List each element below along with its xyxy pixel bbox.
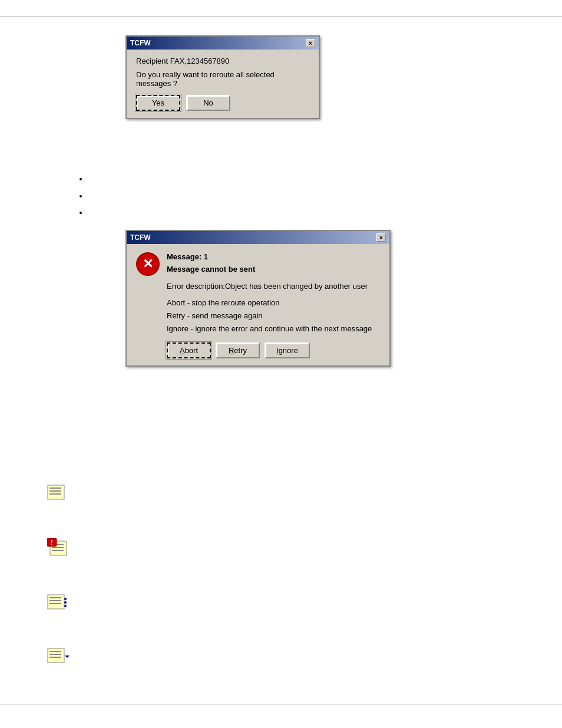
dialog2-title: TCFW xyxy=(130,233,151,242)
bullet-list xyxy=(77,171,88,222)
svg-rect-19 xyxy=(49,654,61,655)
dialog2-option1: Abort - stop the reroute operation xyxy=(167,297,380,309)
top-rule xyxy=(0,17,562,17)
dialog1-titlebar: TCFW × xyxy=(127,37,319,50)
dialog2-option2: Retry - send message again xyxy=(167,309,380,322)
icon-item-3 xyxy=(47,593,82,611)
svg-rect-18 xyxy=(49,651,61,652)
dialog-error: TCFW × ✕ Message: 1 Message cannot be se… xyxy=(125,230,391,367)
dialog1-question: Do you really want to reroute all select… xyxy=(136,70,309,88)
icon-item-4 xyxy=(47,647,82,665)
svg-point-15 xyxy=(64,601,67,604)
svg-rect-11 xyxy=(49,597,61,598)
error-icon: ✕ xyxy=(136,252,160,276)
doc-icon-red-badge: ! xyxy=(47,538,68,558)
dialog1-yes-button[interactable]: Yes xyxy=(136,95,180,111)
ignore-button[interactable]: Ignore xyxy=(265,342,310,358)
svg-rect-6 xyxy=(52,547,64,548)
svg-rect-20 xyxy=(49,657,61,658)
abort-button[interactable]: Abort xyxy=(167,342,211,358)
dialog2-buttons: Abort Retry Ignore xyxy=(167,342,380,358)
icon-item-2: ! xyxy=(47,537,82,558)
ignore-label: Ignore xyxy=(276,346,298,355)
svg-rect-7 xyxy=(52,550,64,551)
retry-button[interactable]: Retry xyxy=(216,342,260,358)
doc-icon-arrow xyxy=(47,648,71,665)
dialog1-body: Recipient FAX,1234567890 Do you really w… xyxy=(127,50,319,118)
icon-item-1 xyxy=(47,483,82,502)
dialog2-error-desc: Error description:Object has been change… xyxy=(167,281,380,292)
doc-icon-dots xyxy=(47,594,68,611)
doc-icon-plain xyxy=(47,485,66,502)
dialog1-close-button[interactable]: × xyxy=(306,39,315,47)
svg-rect-13 xyxy=(49,603,61,604)
svg-rect-12 xyxy=(49,600,61,601)
dialog2-body: ✕ Message: 1 Message cannot be sent Erro… xyxy=(127,244,389,365)
svg-rect-1 xyxy=(49,487,61,489)
bottom-rule xyxy=(0,704,562,704)
svg-rect-2 xyxy=(49,490,61,492)
bullet-list-area xyxy=(77,171,88,222)
dialog2-content: Message: 1 Message cannot be sent Error … xyxy=(167,251,380,358)
dialog2-option3: Ignore - ignore the error and continue w… xyxy=(167,322,380,335)
dialog2-msg-title: Message: 1 Message cannot be sent xyxy=(167,251,380,276)
svg-rect-3 xyxy=(49,493,61,495)
svg-rect-17 xyxy=(48,648,64,663)
dialog1-no-button[interactable]: No xyxy=(186,95,230,111)
dialog1-buttons: Yes No xyxy=(136,95,309,111)
svg-point-14 xyxy=(64,605,67,607)
svg-point-16 xyxy=(64,598,67,600)
dialog2-msg-line1: Message: 1 xyxy=(167,252,208,261)
svg-marker-21 xyxy=(65,653,70,658)
dialog2-msg-line2: Message cannot be sent xyxy=(167,265,255,274)
svg-rect-0 xyxy=(48,485,64,499)
dialog2-titlebar: TCFW × xyxy=(127,231,389,244)
dialog2-options: Abort - stop the reroute operation Retry… xyxy=(167,297,380,335)
dialog1-title: TCFW xyxy=(130,39,151,47)
dialog-reroute: TCFW × Recipient FAX,1234567890 Do you r… xyxy=(125,35,320,119)
icon-items-area: ! xyxy=(47,483,82,700)
svg-rect-10 xyxy=(48,595,64,609)
svg-text:!: ! xyxy=(51,539,52,546)
abort-label: Abort xyxy=(180,346,198,355)
dialog1-recipient: Recipient FAX,1234567890 xyxy=(136,57,309,65)
dialog2-close-button[interactable]: × xyxy=(376,233,386,242)
retry-label: Retry xyxy=(229,346,247,355)
